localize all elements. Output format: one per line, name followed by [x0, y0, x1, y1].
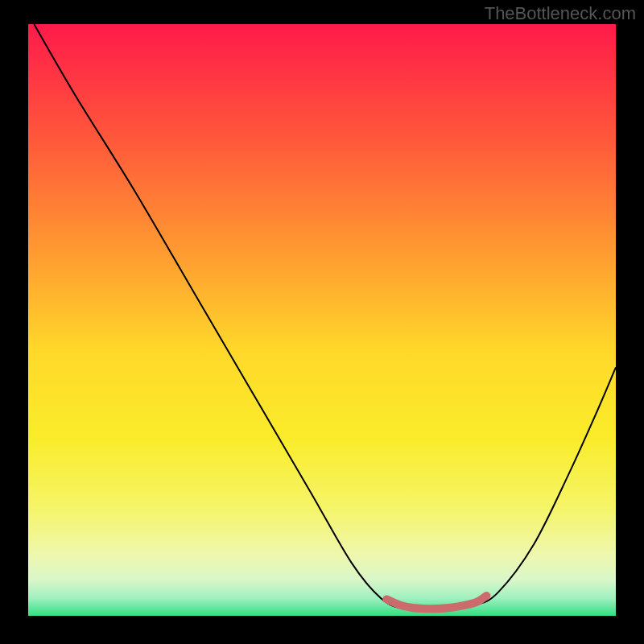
- watermark-text: TheBottleneck.com: [485, 3, 636, 24]
- chart-background: [28, 24, 616, 616]
- chart-plot-area: [28, 24, 616, 616]
- chart-svg: [28, 24, 616, 616]
